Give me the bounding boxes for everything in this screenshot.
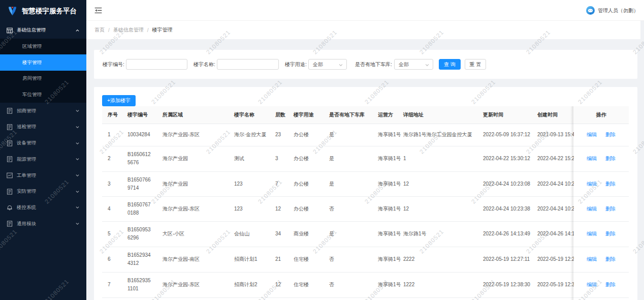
- delete-link[interactable]: 删除: [605, 205, 616, 213]
- sidebar-item-3[interactable]: 设备管理: [0, 135, 86, 152]
- sidebar-subitem-房间管理[interactable]: 房间管理: [0, 71, 86, 87]
- chevron-down-icon: [76, 190, 79, 193]
- reset-button[interactable]: 重 置: [465, 59, 486, 70]
- sidebar-item-7[interactable]: 楼控系统: [0, 200, 86, 216]
- profile-icon: [7, 108, 13, 114]
- cell: 办公楼: [288, 124, 324, 146]
- cell: 2022-04-24 10:23:38: [477, 196, 532, 221]
- profile-icon: [7, 156, 13, 162]
- breadcrumb-separator: /: [108, 27, 110, 33]
- edit-link[interactable]: 编辑: [587, 255, 597, 263]
- table-row: 6B16529344312海尔产业园-南区招商计划121住宅楼否海享骑1号222…: [102, 247, 629, 272]
- cell: 海享骑1号: [372, 247, 398, 272]
- submenu: 区域管理楼宇管理房间管理车位管理: [0, 39, 86, 103]
- cell: 海尔路1号: [398, 221, 477, 247]
- column-header-11: 操作: [574, 106, 629, 124]
- cell: 办公楼: [288, 171, 324, 196]
- breadcrumb-home[interactable]: 首页: [94, 26, 105, 34]
- cell: 2222: [398, 247, 477, 272]
- breadcrumb-separator: /: [147, 27, 149, 33]
- table-row: 4B16507670188海尔产业园-东区12312办公楼否海享骑1号12202…: [102, 196, 629, 221]
- edit-link[interactable]: 编辑: [587, 205, 597, 213]
- cell: [102, 297, 629, 300]
- sidebar-subitem-区域管理[interactable]: 区域管理: [0, 39, 86, 55]
- cell: 办公楼: [288, 196, 324, 221]
- profile-icon: [7, 124, 13, 130]
- delete-link[interactable]: 删除: [605, 131, 616, 139]
- breadcrumb: 首页 / 基础信息管理 / 楼宇管理: [86, 21, 640, 39]
- sidebar-item-8[interactable]: 通用模块: [0, 216, 86, 232]
- cell: 海享骑1号: [372, 196, 398, 221]
- cell: 2022-05-19 12:3: [532, 272, 574, 297]
- cell: 招商计划2: [229, 272, 270, 297]
- cell: 招商计划1: [229, 247, 270, 272]
- table-row: 110034284海尔产业园-东区海尔·金控大厦23办公楼是海享骑1号海尔路1号…: [102, 124, 629, 146]
- building-use-select[interactable]: 全部: [308, 59, 347, 70]
- sidebar-item-label: 能源管理: [17, 156, 36, 163]
- sidebar-item-2[interactable]: 巡检管理: [0, 119, 86, 135]
- delete-link[interactable]: 删除: [605, 155, 616, 163]
- cell: 2022-05-19 12:2: [532, 247, 574, 272]
- table-row: 7B16529351101海尔产业园-东区招商计划212住宅楼否海享骑1号122…: [102, 272, 629, 297]
- delete-link[interactable]: 删除: [605, 255, 616, 263]
- cell: 2022-05-19 12:38:30: [477, 272, 532, 297]
- cell: 是: [324, 171, 372, 196]
- delete-link[interactable]: 删除: [605, 180, 616, 188]
- cell: 12: [270, 196, 288, 221]
- menu-fold-icon[interactable]: [94, 7, 102, 14]
- edit-link[interactable]: 编辑: [587, 180, 597, 188]
- cell: 海享骑1号: [372, 221, 398, 247]
- garage-select[interactable]: 全部: [394, 59, 433, 70]
- user-menu[interactable]: 管理人员（勿删）: [586, 0, 638, 21]
- cell: 海尔产业园: [157, 146, 229, 171]
- cell: 2022-04-24 10:2: [532, 196, 574, 221]
- add-building-button[interactable]: +添加楼宇: [102, 95, 136, 106]
- breadcrumb-base-info[interactable]: 基础信息管理: [113, 26, 144, 34]
- sidebar-item-label: 基础信息管理: [17, 27, 46, 34]
- column-header-1: 楼宇编号: [122, 106, 157, 124]
- sidebar-item-0[interactable]: 基础信息管理: [0, 22, 86, 39]
- profile-icon: [7, 189, 13, 195]
- topbar: 管理人员（勿删）: [86, 0, 644, 21]
- chevron-up-icon: [76, 28, 79, 32]
- edit-link[interactable]: 编辑: [587, 131, 597, 139]
- cell: 海享骑1号: [372, 146, 398, 171]
- edit-link[interactable]: 编辑: [587, 281, 597, 289]
- sidebar-item-5[interactable]: 工单管理: [0, 167, 86, 184]
- cell: 会仙山: [229, 221, 270, 247]
- sidebar-item-1[interactable]: 招商管理: [0, 103, 86, 119]
- search-button[interactable]: 查 询: [439, 59, 461, 70]
- sidebar-item-6[interactable]: 安防管理: [0, 184, 86, 200]
- cell-actions: 编辑删除: [574, 124, 629, 146]
- cell: 123: [229, 171, 270, 196]
- delete-link[interactable]: 删除: [605, 230, 616, 238]
- column-header-9: 更新时间: [477, 106, 532, 124]
- sidebar-item-label: 楼控系统: [17, 204, 36, 211]
- cell: 海尔产业园-东区: [157, 196, 229, 221]
- profile-icon: [7, 221, 13, 227]
- sidebar-subitem-车位管理[interactable]: 车位管理: [0, 87, 86, 103]
- delete-link[interactable]: 删除: [605, 281, 616, 289]
- cell: 是: [324, 146, 372, 171]
- fund-icon: [7, 172, 13, 178]
- profile-icon: [7, 140, 13, 146]
- edit-link[interactable]: 编辑: [587, 230, 597, 238]
- cell: 大区-小区: [157, 221, 229, 247]
- building-name-input[interactable]: [217, 59, 279, 70]
- cell-actions: 编辑删除: [574, 272, 629, 297]
- edit-link[interactable]: 编辑: [587, 155, 597, 163]
- table-row: 2B16506125676海尔产业园测试3办公楼是海享骑1号12022-04-2…: [102, 146, 629, 171]
- cell: 23: [270, 124, 288, 146]
- chevron-down-icon: [339, 63, 343, 67]
- building-code-input[interactable]: [126, 59, 187, 70]
- table-card: +添加楼宇 序号楼宇编号所属区域楼宇名称层数楼宇用途是否有地下车库运营方详细地址…: [94, 87, 637, 300]
- cell: 2022-05-19 12:27:11: [477, 247, 532, 272]
- sidebar-item-4[interactable]: 能源管理: [0, 152, 86, 168]
- cell: 2021-09-13 15:4: [532, 124, 574, 146]
- sidebar-subitem-楼宇管理[interactable]: 楼宇管理: [0, 54, 86, 71]
- buildings-table: 序号楼宇编号所属区域楼宇名称层数楼宇用途是否有地下车库运营方详细地址更新时间创建…: [102, 106, 629, 300]
- column-header-4: 层数: [270, 106, 288, 124]
- chevron-down-icon: [76, 141, 79, 145]
- cell: 3: [270, 146, 288, 171]
- cell: 海尔产业园: [157, 171, 229, 196]
